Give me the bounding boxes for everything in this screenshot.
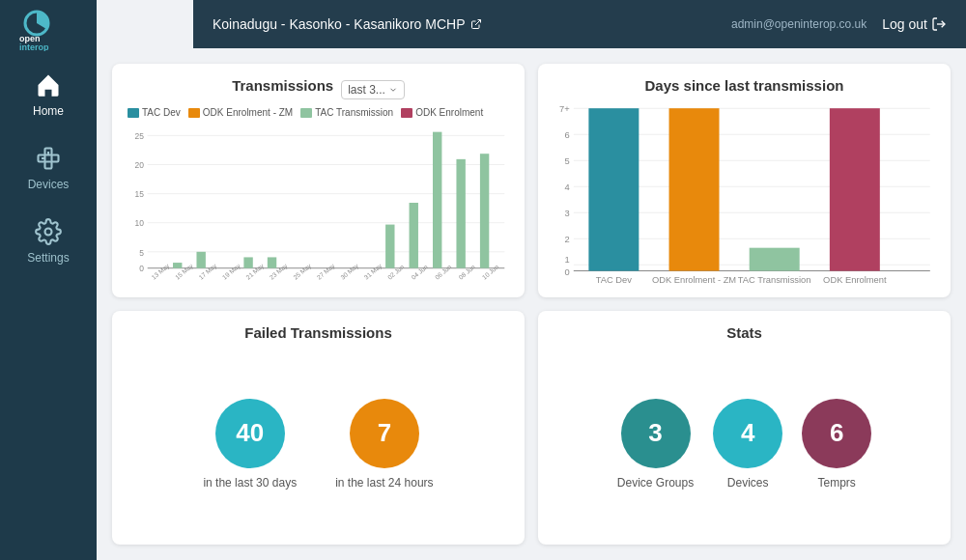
failed-title: Failed Transmissions [244,324,392,341]
svg-point-14 [45,229,52,236]
days-since-card: Days since last transmission 7+ 6 5 4 3 … [538,64,951,297]
svg-text:10: 10 [135,218,145,228]
svg-rect-34 [410,203,418,268]
svg-text:19 May: 19 May [221,262,242,281]
days-bar-chart-svg: 7+ 6 5 4 3 2 1 0 [554,101,935,284]
svg-text:ODK Enrolment: ODK Enrolment [823,275,887,284]
stat-24hours: 7 in the last 24 hours [335,399,433,490]
sidebar-item-devices[interactable]: Devices [0,131,97,205]
days-since-title: Days since last transmission [554,77,935,94]
svg-text:0: 0 [564,267,569,277]
failed-transmissions-card: Failed Transmissions 40 in the last 30 d… [112,311,525,545]
transmissions-title: Transmissions [232,77,333,94]
svg-rect-6 [45,162,52,169]
facility-name: Koinadugu - Kasonko - Kasanikoro MCHP [213,16,465,32]
circle-40: 40 [215,399,285,468]
transmissions-chart: 25 20 15 10 5 0 [128,122,509,284]
svg-rect-71 [750,248,800,271]
svg-text:5: 5 [139,248,144,258]
stat-devices: 4 Devices [713,399,782,490]
label-devices: Devices [727,476,769,490]
devices-icon [35,145,62,172]
sidebar-item-home[interactable]: Home [0,58,97,131]
svg-rect-5 [52,155,59,162]
svg-text:TAC Dev: TAC Dev [596,275,633,284]
label-24hours: in the last 24 hours [335,476,433,490]
svg-rect-70 [669,108,720,270]
legend-tac-dev: TAC Dev [128,107,181,118]
dashboard: Transmissions last 3... TAC Dev ODK Enro… [97,48,966,560]
logout-icon [931,16,947,32]
home-icon [35,71,62,98]
svg-text:0: 0 [139,264,144,273]
period-selector[interactable]: last 3... [341,80,405,99]
sidebar-label-settings: Settings [27,251,69,265]
label-30days: in the last 30 days [203,476,297,490]
label-temprs: Temprs [818,476,856,490]
logout-button[interactable]: Log out [882,16,947,32]
svg-rect-30 [196,252,205,268]
svg-text:1: 1 [564,255,569,265]
svg-rect-29 [173,263,182,268]
settings-icon [35,218,62,245]
svg-text:3: 3 [564,209,569,218]
stats-items: 3 Device Groups 4 Devices 6 Temprs [554,356,935,531]
svg-text:2: 2 [564,235,569,244]
stats-title: Stats [554,324,935,341]
sidebar-item-settings[interactable]: Settings [0,205,97,278]
label-device-groups: Device Groups [617,476,694,490]
stats-card: Stats 3 Device Groups 4 Devices 6 [538,311,951,545]
svg-text:31 May: 31 May [362,262,384,281]
svg-text:13 May: 13 May [150,262,171,281]
topbar: Koinadugu - Kasonko - Kasanikoro MCHP ad… [193,0,966,48]
circle-temprs: 6 [802,399,871,468]
stat-device-groups: 3 Device Groups [617,399,694,490]
days-since-chart: 7+ 6 5 4 3 2 1 0 [554,101,935,284]
svg-text:5: 5 [564,156,569,166]
legend-odk-enrol: ODK Enrolment [401,107,483,118]
legend-odk-enrol-zm: ODK Enrolment - ZM [188,107,293,118]
svg-text:ODK Enrolment - ZM: ODK Enrolment - ZM [652,275,736,284]
bar-chart-svg: 25 20 15 10 5 0 [128,122,509,284]
topbar-right: admin@openinterop.co.uk Log out [731,16,947,32]
svg-rect-35 [433,132,441,268]
sidebar-label-home: Home [33,104,64,118]
user-email: admin@openinterop.co.uk [731,17,867,31]
svg-rect-36 [456,159,465,268]
stat-temprs: 6 Temprs [802,399,871,490]
facility-title: Koinadugu - Kasonko - Kasanikoro MCHP [213,16,482,32]
svg-text:7+: 7+ [559,104,570,114]
svg-text:interop: interop [19,42,49,51]
chevron-down-icon [388,85,398,95]
circle-device-groups: 3 [621,399,691,468]
transmissions-header: Transmissions last 3... [128,77,509,101]
transmissions-card: Transmissions last 3... TAC Dev ODK Enro… [112,64,525,297]
svg-text:4: 4 [564,182,569,192]
sidebar-label-devices: Devices [28,178,70,191]
legend-tac-trans: TAC Transmission [300,107,393,118]
transmissions-legend: TAC Dev ODK Enrolment - ZM TAC Transmiss… [128,107,509,118]
svg-line-15 [475,20,481,26]
stat-30days: 40 in the last 30 days [203,399,297,490]
svg-text:30 May: 30 May [339,262,360,281]
svg-rect-69 [588,108,639,270]
svg-text:6: 6 [564,130,569,140]
svg-text:27 May: 27 May [316,262,337,281]
failed-stats: 40 in the last 30 days 7 in the last 24 … [203,356,433,531]
svg-text:25: 25 [135,131,145,141]
external-link-icon [470,18,482,30]
circle-devices: 4 [713,399,782,468]
svg-text:15: 15 [135,189,145,199]
svg-rect-33 [385,225,394,268]
circle-7: 7 [350,399,419,468]
svg-rect-32 [268,257,276,267]
svg-text:TAC Transmission: TAC Transmission [738,275,811,284]
svg-text:20: 20 [135,160,145,170]
sidebar: open interop Home Devices [0,0,97,560]
svg-rect-72 [830,108,880,270]
svg-text:25 May: 25 May [292,262,313,281]
svg-rect-31 [243,257,252,267]
logo: open interop [0,0,97,58]
svg-rect-37 [480,154,489,268]
